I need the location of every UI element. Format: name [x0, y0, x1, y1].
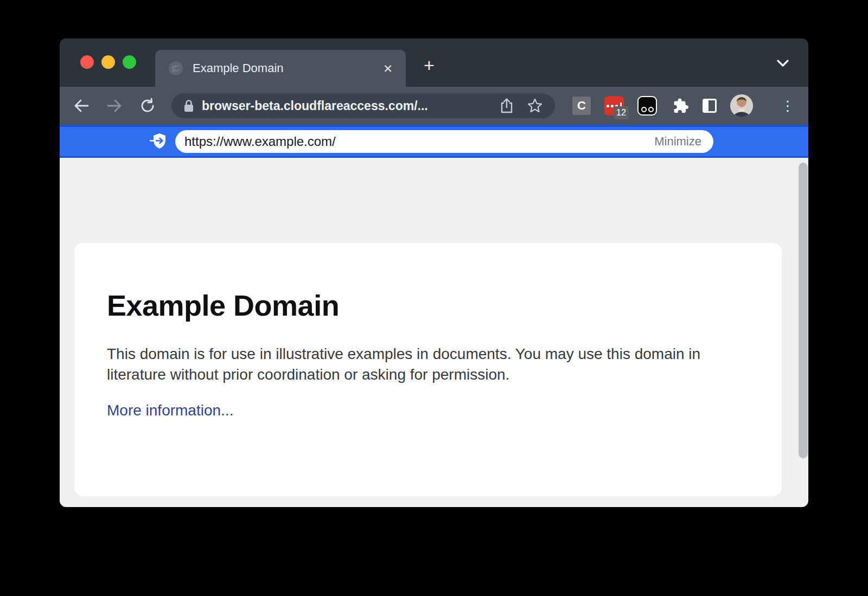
back-arrow-icon [73, 98, 90, 113]
avatar-photo [730, 94, 753, 117]
extensions-puzzle-icon[interactable] [671, 97, 689, 115]
address-bar-actions [500, 98, 543, 114]
minimize-bar-button[interactable]: Minimize [654, 134, 701, 149]
tab-search-chevron-icon[interactable] [776, 59, 790, 68]
minimize-window-button[interactable] [101, 55, 115, 69]
address-bar[interactable]: browser-beta.cloudflareaccess.com/... [171, 93, 555, 118]
example-domain-card: Example Domain This domain is for use in… [74, 243, 782, 496]
forward-arrow-icon [106, 98, 123, 113]
isolated-address-field[interactable]: https://www.example.com/ Minimize [175, 130, 713, 153]
shield-arrow-icon [150, 132, 168, 151]
address-bar-url: browser-beta.cloudflareaccess.com/... [202, 99, 500, 113]
scrollbar-thumb[interactable] [799, 163, 808, 458]
close-window-button[interactable] [80, 55, 94, 69]
profile-avatar[interactable] [730, 94, 753, 117]
share-icon[interactable] [500, 98, 514, 114]
zoom-window-button[interactable] [123, 55, 136, 69]
page-viewport: Example Domain This domain is for use in… [60, 158, 808, 507]
tab-title: Example Domain [193, 61, 380, 75]
extension-circles-icon[interactable] [637, 96, 657, 116]
extension-badge-count: 12 [614, 106, 629, 119]
new-tab-button[interactable]: + [416, 52, 442, 78]
browser-window: Example Domain ✕ + [60, 39, 808, 507]
extension-c-icon[interactable]: C [572, 97, 591, 115]
window-controls [80, 55, 136, 69]
lock-icon [183, 99, 194, 113]
page-title: Example Domain [107, 289, 749, 322]
navigation-toolbar: browser-beta.cloudflareaccess.com/... C … [60, 87, 808, 125]
page-paragraph: This domain is for use in illustrative e… [107, 344, 733, 385]
side-panel-icon[interactable] [703, 99, 717, 113]
reload-button[interactable] [136, 94, 159, 118]
close-tab-icon[interactable]: ✕ [380, 60, 396, 76]
tab-example-domain[interactable]: Example Domain ✕ [155, 50, 406, 87]
reload-icon [139, 98, 156, 114]
bookmark-star-icon[interactable] [527, 98, 543, 114]
isolated-url: https://www.example.com/ [184, 134, 654, 149]
extensions-row: C 12 ⋮ [572, 94, 794, 117]
back-button[interactable] [69, 94, 93, 118]
tab-strip: Example Domain ✕ + [60, 39, 808, 87]
chrome-menu-button[interactable]: ⋮ [781, 98, 794, 114]
more-information-link[interactable]: More information... [107, 402, 233, 419]
isolation-url-bar: https://www.example.com/ Minimize [60, 125, 808, 158]
forward-button[interactable] [103, 94, 126, 118]
extension-lastpass-icon[interactable]: 12 [604, 96, 624, 116]
globe-favicon-icon [168, 61, 183, 76]
